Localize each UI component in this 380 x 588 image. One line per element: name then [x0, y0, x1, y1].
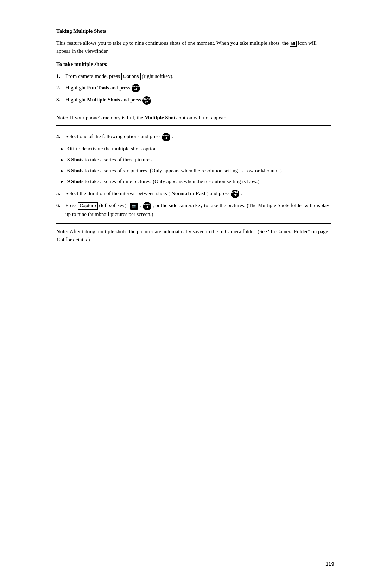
- step-1: 1. From camera mode, press Options (righ…: [56, 72, 331, 80]
- steps-list-1: 1. From camera mode, press Options (righ…: [56, 72, 331, 105]
- step-5-text2: or: [190, 191, 196, 196]
- step-5-bold2: Fast: [196, 191, 205, 196]
- bullet-off: ► Off to deactivate the multiple shots o…: [60, 145, 331, 153]
- note2-text: After taking multiple shots, the picture…: [56, 229, 328, 242]
- bullet-9shots-content: 9 Shots to take a series of nine picture…: [67, 178, 259, 186]
- step-5-period: .: [241, 191, 242, 196]
- step-6-num: 6.: [56, 202, 64, 210]
- step-5-text1: Select the duration of the interval betw…: [65, 191, 170, 196]
- menu-ok-icon-5: MENUok: [231, 190, 239, 198]
- step-3-num: 3.: [56, 96, 64, 104]
- bullet-9shots: ► 9 Shots to take a series of nine pictu…: [60, 178, 331, 186]
- bullet-3shots-bold: 3 Shots: [67, 157, 83, 162]
- step-6-content: Press Capture (left softkey), 📷 , MENUok…: [65, 202, 331, 218]
- menu-ok-icon-2: MENUok: [132, 84, 140, 92]
- step-5: 5. Select the duration of the interval b…: [56, 190, 331, 198]
- arrow-icon-2: ►: [60, 156, 64, 163]
- menu-ok-icon-4: MENUok: [162, 133, 170, 141]
- capture-key: Capture: [78, 202, 97, 210]
- bullet-6shots: ► 6 Shots to take a series of six pictur…: [60, 167, 331, 175]
- bullet-9shots-bold: 9 Shots: [67, 179, 83, 184]
- camera-icon: 📷: [130, 203, 138, 210]
- step-3: 3. Highlight Multiple Shots and press ME…: [56, 96, 331, 105]
- intro-text-before: This feature allows you to take up to ni…: [56, 40, 289, 46]
- step-2-content: Highlight Fun Tools and press MENUok .: [65, 84, 331, 93]
- step-4-colon: :: [172, 134, 173, 139]
- step-4-content: Select one of the following options and …: [65, 132, 331, 141]
- bullet-list: ► Off to deactivate the multiple shots o…: [60, 145, 331, 186]
- step-6-text2: (left softkey),: [99, 203, 129, 208]
- step-2-bold: Fun Tools: [87, 85, 109, 91]
- arrow-icon-3: ►: [60, 167, 64, 174]
- step-5-text3: ) and press: [207, 191, 231, 196]
- sub-heading: To take multiple shots:: [56, 61, 331, 67]
- page-content: Taking Multiple Shots This feature allow…: [56, 28, 331, 248]
- section-title: Taking Multiple Shots: [56, 28, 331, 34]
- note1-bold: Multiple Shots: [145, 115, 178, 120]
- step-3-text2: and press: [121, 97, 142, 103]
- bullet-9shots-text: to take a series of nine pictures. (Only…: [85, 179, 259, 184]
- bullet-off-bold: Off: [67, 146, 75, 151]
- options-key: Options: [121, 73, 141, 80]
- step-6: 6. Press Capture (left softkey), 📷 , MEN…: [56, 202, 331, 218]
- step-1-text-before: From camera mode, press: [65, 73, 121, 79]
- note2-label: Note:: [56, 229, 69, 234]
- step-5-content: Select the duration of the interval betw…: [65, 190, 331, 198]
- step-5-num: 5.: [56, 190, 64, 198]
- note-box-1: Note: If your phone's memory is full, th…: [56, 110, 331, 126]
- step-4: 4. Select one of the following options a…: [56, 132, 331, 141]
- arrow-icon-1: ►: [60, 146, 64, 153]
- bullet-off-text: to deactivate the multiple shots option.: [76, 146, 158, 151]
- step-3-bold: Multiple Shots: [87, 97, 120, 103]
- menu-ok-icon-3: MENUok: [142, 96, 151, 105]
- note1-text: If your phone's memory is full, the: [70, 115, 145, 120]
- bullet-6shots-content: 6 Shots to take a series of six pictures…: [67, 167, 282, 175]
- bullet-3shots-content: 3 Shots to take a series of three pictur…: [67, 156, 153, 164]
- steps-list-2: 4. Select one of the following options a…: [56, 132, 331, 141]
- intro-paragraph: This feature allows you to take up to ni…: [56, 39, 331, 56]
- page-number: 119: [325, 561, 334, 567]
- step-2-text1: Highlight: [65, 85, 87, 91]
- step-4-num: 4.: [56, 132, 64, 141]
- bullet-6shots-text: to take a series of six pictures. (Only …: [85, 168, 282, 173]
- bullet-6shots-bold: 6 Shots: [67, 168, 83, 173]
- step-3-period: .: [152, 97, 154, 103]
- step-2: 2. Highlight Fun Tools and press MENUok …: [56, 84, 331, 93]
- step-2-period: .: [141, 85, 143, 91]
- step-1-num: 1.: [56, 72, 64, 80]
- step-4-text: Select one of the following options and …: [65, 134, 162, 139]
- menu-ok-icon-6: MENUok: [143, 202, 151, 210]
- step-3-content: Highlight Multiple Shots and press MENUo…: [65, 96, 331, 105]
- step-2-num: 2.: [56, 84, 64, 92]
- step-1-content: From camera mode, press Options (right s…: [65, 72, 331, 80]
- bullet-3shots: ► 3 Shots to take a series of three pict…: [60, 156, 331, 164]
- step-6-text1: Press: [65, 203, 78, 208]
- step-5-bold1: Normal: [171, 191, 189, 196]
- bullet-3shots-text: to take a series of three pictures.: [85, 157, 153, 162]
- step-1-text-after: (right softkey).: [142, 73, 173, 79]
- step-3-text1: Highlight: [65, 97, 87, 103]
- bullet-off-content: Off to deactivate the multiple shots opt…: [67, 145, 158, 153]
- step-2-text2: and press: [110, 85, 132, 91]
- arrow-icon-4: ►: [60, 178, 64, 185]
- note1-text2: option will not appear.: [179, 115, 226, 120]
- note1-label: Note:: [56, 115, 69, 120]
- steps-list-3: 5. Select the duration of the interval b…: [56, 190, 331, 218]
- multi-shot-icon: M|: [290, 41, 297, 47]
- step-6-comma: ,: [140, 203, 143, 208]
- note-box-2: Note: After taking multiple shots, the p…: [56, 223, 331, 248]
